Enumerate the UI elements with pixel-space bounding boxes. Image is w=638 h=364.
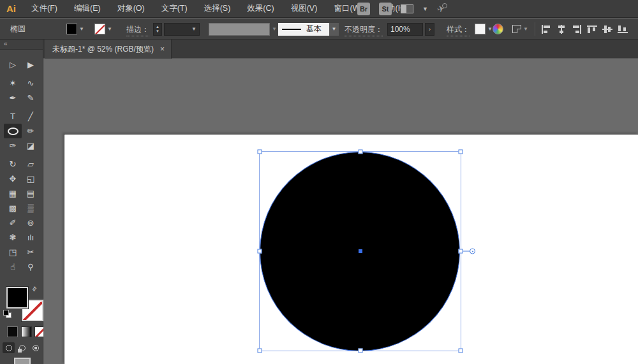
swap-fill-stroke-icon[interactable]: ⇄ — [31, 285, 38, 293]
dock-collapse-button[interactable]: « — [0, 40, 43, 50]
selection-handle[interactable] — [459, 150, 463, 154]
rotate-tool[interactable]: ↻ — [4, 157, 22, 171]
gradient-tool[interactable]: ▒ — [22, 201, 40, 215]
selection-handle[interactable] — [459, 349, 463, 353]
bridge-button[interactable]: Br — [357, 3, 370, 15]
selection-handle[interactable] — [358, 349, 362, 353]
fill-stroke-indicator: ⇄ — [0, 286, 43, 325]
tab-close-icon[interactable]: × — [160, 45, 165, 54]
align-horizontal-left-icon[interactable] — [541, 25, 551, 34]
stroke-weight-label[interactable]: 描边： — [126, 24, 149, 36]
fill-color-swatch[interactable]: ▼ — [66, 18, 84, 40]
align-horizontal-center-icon[interactable] — [556, 25, 567, 34]
width-tool[interactable]: ✥ — [4, 171, 22, 186]
color-type-buttons — [0, 326, 43, 339]
menu-item-6[interactable]: 视图(V) — [283, 0, 325, 17]
menu-item-2[interactable]: 对象(O) — [110, 0, 152, 17]
selection-handle[interactable] — [358, 150, 362, 154]
menu-item-1[interactable]: 编辑(E) — [66, 0, 108, 17]
menu-item-0[interactable]: 文件(F) — [24, 0, 65, 17]
align-vertical-center-icon[interactable] — [602, 25, 612, 34]
perspective-grid-tool[interactable]: ▤ — [22, 186, 40, 201]
eyedropper-tool[interactable]: ✐ — [4, 215, 22, 230]
illustrator-window: Ai 文件(F)编辑(E)对象(O)文字(T)选择(S)效果(C)视图(V)窗口… — [0, 0, 638, 364]
line-segment-tool[interactable]: ╱ — [22, 109, 40, 124]
style-label[interactable]: 样式： — [447, 24, 470, 36]
align-buttons — [541, 18, 633, 40]
selection-tool[interactable]: ▷ — [4, 57, 22, 72]
document-tab[interactable]: 未标题-1* @ 52% (RGB/预览) × — [45, 40, 172, 59]
fill-chevron-down-icon[interactable]: ▼ — [79, 26, 84, 32]
menu-item-3[interactable]: 文字(T) — [154, 0, 195, 17]
shape-builder-tool[interactable]: ▦ — [4, 186, 22, 201]
control-bar: 椭圆 ▼ ▼ 描边： ▲▼ ▼ ▼ 基本▼ 不透明度： 100% › 样式： ▼… — [0, 18, 638, 40]
free-transform-tool[interactable]: ◱ — [22, 171, 40, 186]
menu-bar-right: Br St ▼ ✈ — [357, 0, 447, 18]
workspace-chevron-down-icon[interactable]: ▼ — [422, 6, 428, 12]
stroke-style-dropdown[interactable]: 基本▼ — [278, 18, 339, 40]
stroke-weight-stepper[interactable]: ▲▼ — [153, 18, 162, 40]
opacity-label[interactable]: 不透明度： — [345, 24, 383, 36]
selection-handle[interactable] — [258, 249, 262, 254]
column-graph-tool[interactable]: ılı — [22, 230, 40, 245]
type-tool[interactable]: T — [4, 109, 22, 124]
tools-panel: ▷▶✶∿✒✎T╱✏✑◪↻▱✥◱▦▤▩▒✐⊚❃ılı◳✂☝⚲ — [4, 57, 40, 274]
align-horizontal-right-icon[interactable] — [572, 25, 582, 34]
eraser-tool[interactable]: ◪ — [22, 138, 40, 153]
gpu-performance-icon[interactable]: ✈ — [437, 3, 447, 15]
ellipse-tool-icon — [8, 127, 19, 135]
menu-bar: Ai 文件(F)编辑(E)对象(O)文字(T)选择(S)效果(C)视图(V)窗口… — [0, 0, 638, 18]
style-chevron-down-icon[interactable]: ▼ — [487, 26, 493, 32]
menu-item-5[interactable]: 效果(C) — [239, 0, 281, 17]
blend-tool[interactable]: ⊚ — [22, 215, 40, 230]
selection-handle[interactable] — [258, 150, 262, 154]
symbol-sprayer-tool[interactable]: ❃ — [4, 230, 22, 245]
stock-button[interactable]: St — [379, 3, 392, 15]
transform-options-icon[interactable]: ▼ — [512, 18, 528, 40]
stroke-style-chevron-down-icon[interactable]: ▼ — [329, 23, 339, 36]
menu-items: 文件(F)编辑(E)对象(O)文字(T)选择(S)效果(C)视图(V)窗口(W)… — [24, 0, 414, 17]
pencil-tool[interactable]: ✑ — [4, 138, 22, 153]
direct-selection-tool[interactable]: ▶ — [22, 57, 40, 72]
hand-tool[interactable]: ☝ — [4, 259, 22, 274]
default-fill-stroke-icon[interactable] — [3, 310, 11, 318]
workspace-switcher-icon[interactable] — [401, 4, 413, 13]
lasso-tool[interactable]: ∿ — [22, 76, 40, 91]
gradient-button[interactable] — [21, 326, 32, 337]
stroke-style-value: 基本 — [306, 24, 322, 34]
stroke-chevron-down-icon[interactable]: ▼ — [107, 26, 112, 32]
opacity-more-button[interactable]: › — [425, 18, 434, 40]
draw-normal-mode-icon[interactable] — [3, 342, 15, 353]
fill-indicator-black[interactable] — [6, 287, 28, 309]
recolor-artwork-icon[interactable] — [493, 18, 503, 40]
menu-item-4[interactable]: 选择(S) — [197, 0, 239, 17]
selection-bounding-box[interactable] — [259, 151, 461, 351]
brush-definition-dropdown[interactable]: ▼ — [209, 18, 277, 40]
live-shape-pie-widget[interactable] — [470, 249, 475, 254]
screen-mode-button[interactable] — [14, 358, 31, 364]
stroke-color-swatch[interactable]: ▼ — [94, 18, 112, 40]
align-vertical-bottom-icon[interactable] — [618, 25, 628, 34]
draw-inside-mode-icon[interactable] — [30, 342, 42, 353]
magic-wand-tool[interactable]: ✶ — [4, 76, 22, 91]
stroke-weight-dropdown[interactable]: ▼ — [164, 18, 200, 40]
selection-center-point[interactable] — [359, 249, 362, 253]
selection-handle[interactable] — [459, 249, 463, 254]
pen-tool[interactable]: ✒ — [4, 91, 22, 105]
zoom-tool[interactable]: ⚲ — [22, 259, 40, 274]
scale-tool[interactable]: ▱ — [22, 157, 40, 171]
ellipse-tool[interactable] — [4, 124, 22, 138]
align-vertical-top-icon[interactable] — [587, 25, 597, 34]
slice-tool[interactable]: ✂ — [22, 245, 40, 259]
document-tab-title: 未标题-1* @ 52% (RGB/预览) — [52, 44, 154, 55]
selection-handle[interactable] — [258, 349, 262, 353]
draw-behind-mode-icon[interactable] — [16, 342, 28, 353]
color-button[interactable] — [7, 326, 18, 337]
style-swatch[interactable]: ▼ — [475, 18, 493, 40]
paintbrush-tool[interactable]: ✏ — [22, 124, 40, 138]
document-tab-bar: 未标题-1* @ 52% (RGB/预览) × — [43, 40, 638, 59]
curvature-tool[interactable]: ✎ — [22, 91, 40, 105]
opacity-field[interactable]: 100% — [387, 18, 423, 40]
artboard-tool[interactable]: ◳ — [4, 245, 22, 259]
mesh-tool[interactable]: ▩ — [4, 201, 22, 215]
